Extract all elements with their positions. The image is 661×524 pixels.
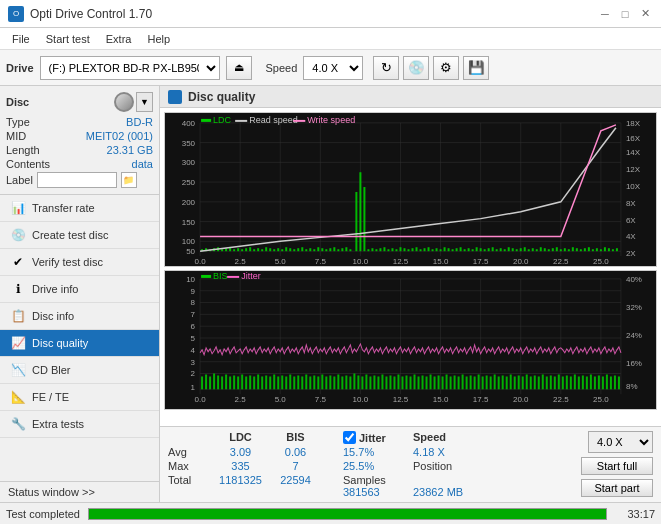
svg-rect-281 (494, 375, 496, 390)
svg-rect-119 (484, 249, 486, 251)
svg-rect-227 (277, 376, 279, 389)
svg-text:150: 150 (182, 218, 196, 227)
svg-text:7.5: 7.5 (315, 395, 327, 404)
sidebar-item-verify-test-disc[interactable]: ✔ Verify test disc (0, 249, 159, 276)
svg-rect-308 (602, 376, 604, 389)
svg-rect-271 (454, 375, 456, 389)
disc-options-button[interactable]: ▼ (136, 92, 153, 112)
disc-label-browse-button[interactable]: 📁 (121, 172, 137, 188)
stats-pos-mb: 23862 MB (413, 486, 493, 498)
svg-rect-126 (512, 248, 514, 251)
svg-rect-88 (345, 247, 347, 251)
svg-rect-313 (201, 275, 211, 278)
disc-quality-label: Disc quality (32, 337, 88, 349)
drive-icons: ↻ 💿 ⚙ 💾 (373, 56, 489, 80)
svg-rect-128 (520, 248, 522, 251)
svg-rect-266 (434, 376, 436, 389)
svg-rect-106 (432, 249, 434, 251)
jitter-checkbox-area: Jitter (343, 431, 413, 444)
disc-contents-row: Contents data (6, 158, 153, 170)
svg-rect-137 (556, 247, 558, 251)
svg-rect-298 (562, 376, 564, 389)
svg-rect-89 (349, 249, 351, 251)
svg-rect-211 (213, 374, 215, 390)
stats-area: LDC BIS Jitter Speed Avg 3.09 0.06 15.7% (160, 426, 661, 502)
svg-rect-259 (405, 375, 407, 389)
main: Disc ▼ Type BD-R MID MEIT02 (001) Length… (0, 86, 661, 502)
svg-rect-129 (524, 247, 526, 251)
svg-text:8: 8 (191, 299, 196, 308)
svg-rect-280 (490, 376, 492, 389)
svg-text:Read speed: Read speed (249, 115, 298, 125)
sidebar: Disc ▼ Type BD-R MID MEIT02 (001) Length… (0, 86, 160, 502)
svg-rect-245 (349, 376, 351, 389)
svg-rect-140 (568, 249, 570, 251)
menu-help[interactable]: Help (139, 31, 178, 47)
charts-area: 400 350 300 250 200 150 100 50 18X 16X 1… (160, 108, 661, 426)
svg-rect-150 (608, 248, 610, 251)
svg-rect-105 (428, 247, 430, 251)
jitter-checkbox[interactable] (343, 431, 356, 444)
bottom-speed-select[interactable]: 4.0 X (588, 431, 653, 453)
svg-rect-261 (414, 375, 416, 390)
svg-rect-311 (614, 375, 616, 389)
sidebar-item-drive-info[interactable]: ℹ Drive info (0, 276, 159, 303)
sidebar-item-cd-bler[interactable]: 📉 CD Bler (0, 357, 159, 384)
svg-rect-132 (536, 249, 538, 251)
sidebar-item-extra-tests[interactable]: 🔧 Extra tests (0, 411, 159, 438)
svg-text:20.0: 20.0 (513, 395, 529, 404)
svg-text:BIS: BIS (213, 271, 228, 281)
disc-contents-value: data (132, 158, 153, 170)
svg-rect-210 (209, 376, 211, 389)
maximize-button[interactable]: □ (617, 6, 633, 22)
settings-button[interactable]: ⚙ (433, 56, 459, 80)
minimize-button[interactable]: ─ (597, 6, 613, 22)
svg-text:1: 1 (191, 383, 196, 392)
svg-rect-226 (273, 375, 275, 390)
svg-text:20.0: 20.0 (513, 257, 529, 266)
drive-info-icon: ℹ (10, 281, 26, 297)
svg-rect-145 (588, 247, 590, 251)
start-full-button[interactable]: Start full (581, 457, 653, 475)
svg-rect-82 (321, 248, 323, 251)
svg-rect-303 (582, 375, 584, 389)
close-button[interactable]: ✕ (637, 6, 653, 22)
svg-text:12.5: 12.5 (393, 257, 409, 266)
menu-extra[interactable]: Extra (98, 31, 140, 47)
svg-rect-272 (458, 376, 460, 389)
sidebar-item-create-test-disc[interactable]: 💿 Create test disc (0, 222, 159, 249)
svg-rect-60 (359, 172, 361, 251)
svg-rect-301 (574, 375, 576, 390)
speed-select[interactable]: 4.0 X 1.0 X 2.0 X 6.0 X 8.0 X (303, 56, 363, 80)
svg-rect-288 (522, 376, 524, 389)
stats-total-row: Total 1181325 22594 Samples (168, 474, 573, 486)
disc-label-input[interactable] (37, 172, 117, 188)
status-window-button[interactable]: Status window >> (0, 481, 159, 502)
svg-rect-228 (281, 375, 283, 389)
svg-text:5: 5 (191, 334, 196, 343)
menu-starttest[interactable]: Start test (38, 31, 98, 47)
svg-rect-236 (313, 375, 315, 389)
menu-file[interactable]: File (4, 31, 38, 47)
svg-rect-136 (552, 248, 554, 251)
save-button[interactable]: 💾 (463, 56, 489, 80)
stats-header-bis: BIS (268, 431, 323, 444)
sidebar-item-disc-quality[interactable]: 📈 Disc quality (0, 330, 159, 357)
svg-rect-217 (237, 376, 239, 389)
disc-button[interactable]: 💿 (403, 56, 429, 80)
svg-rect-127 (516, 249, 518, 251)
svg-rect-293 (542, 375, 544, 390)
stats-samples-label: Samples (343, 474, 413, 486)
start-part-button[interactable]: Start part (581, 479, 653, 497)
refresh-button[interactable]: ↻ (373, 56, 399, 80)
disc-panel-header: Disc ▼ (6, 92, 153, 112)
svg-rect-61 (363, 187, 365, 251)
svg-text:10X: 10X (626, 182, 641, 191)
svg-text:2X: 2X (626, 249, 636, 258)
sidebar-item-fe-te[interactable]: 📐 FE / TE (0, 384, 159, 411)
sidebar-item-transfer-rate[interactable]: 📊 Transfer rate (0, 195, 159, 222)
svg-text:2.5: 2.5 (235, 257, 247, 266)
drive-select[interactable]: (F:) PLEXTOR BD-R PX-LB950SA 1.06 (40, 56, 220, 80)
eject-button[interactable]: ⏏ (226, 56, 252, 80)
sidebar-item-disc-info[interactable]: 📋 Disc info (0, 303, 159, 330)
